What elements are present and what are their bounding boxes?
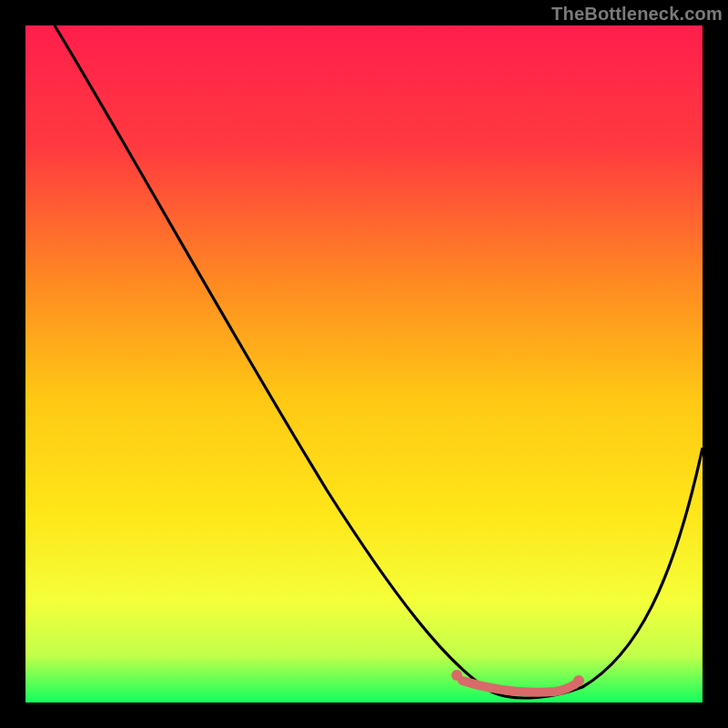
optimal-band-end-dot bbox=[573, 675, 584, 686]
optimal-band-start-dot bbox=[451, 670, 462, 681]
bottleneck-chart bbox=[0, 0, 728, 728]
chart-frame: TheBottleneck.com bbox=[0, 0, 728, 728]
watermark-text: TheBottleneck.com bbox=[551, 4, 723, 25]
gradient-area bbox=[25, 25, 703, 703]
